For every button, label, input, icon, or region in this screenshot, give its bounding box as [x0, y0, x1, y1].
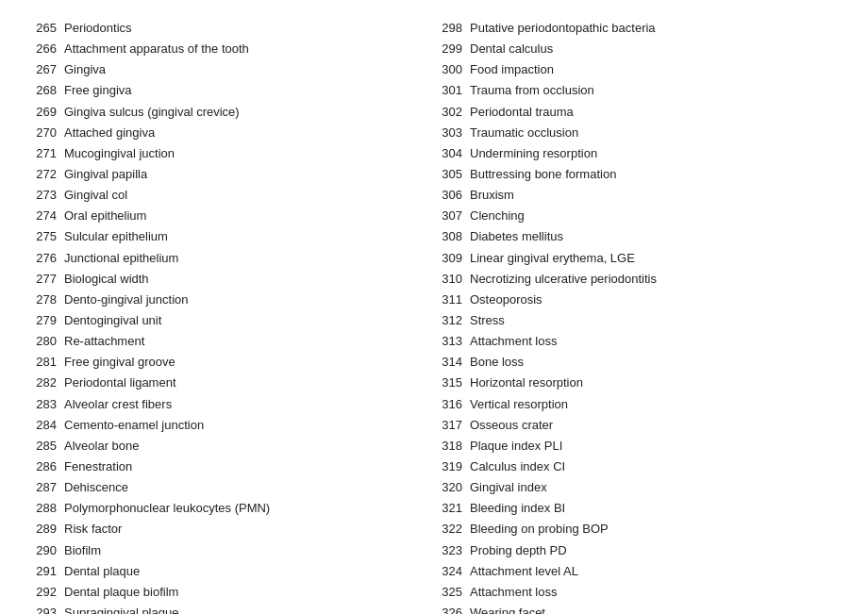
list-item: 302 Periodontal trauma	[434, 103, 840, 122]
entry-label: Free gingival groove	[64, 353, 175, 372]
entry-label: Periodontal ligament	[64, 373, 176, 392]
entry-number: 316	[434, 395, 462, 414]
list-item: 286 Fenestration	[28, 457, 434, 476]
list-item: 305 Buttressing bone formation	[434, 165, 840, 184]
entry-number: 278	[28, 290, 57, 309]
list-item: 319 Calculus index CI	[434, 457, 840, 476]
list-item: 311 Osteoporosis	[434, 290, 840, 309]
entry-label: Supragingival plaque	[64, 604, 178, 614]
entry-number: 315	[434, 373, 462, 392]
list-item: 317 Osseous crater	[434, 416, 840, 435]
entry-number: 302	[434, 103, 462, 122]
entry-label: Bone loss	[470, 353, 524, 372]
right-column: 298 Putative periodontopathic bacteria 2…	[434, 19, 840, 614]
entry-number: 306	[434, 186, 462, 205]
entry-number: 318	[434, 437, 462, 456]
entry-label: Probing depth PD	[470, 541, 567, 560]
entry-label: Periodontics	[64, 19, 132, 38]
entry-label: Attachment apparatus of the tooth	[64, 40, 249, 58]
entry-number: 300	[434, 60, 462, 79]
list-item: 285 Alveolar bone	[28, 437, 434, 456]
entry-label: Gingival col	[64, 186, 127, 205]
entry-number: 287	[28, 478, 57, 497]
list-item: 276 Junctional epithelium	[28, 249, 434, 268]
list-item: 316 Vertical resorption	[434, 395, 840, 414]
entry-number: 292	[28, 583, 57, 602]
list-item: 291 Dental plaque	[28, 562, 434, 581]
entry-label: Dental plaque	[64, 562, 140, 581]
entry-number: 312	[434, 311, 462, 330]
entry-number: 266	[28, 40, 57, 58]
entry-number: 301	[434, 81, 462, 100]
entry-label: Linear gingival erythema, LGE	[470, 249, 635, 268]
entry-number: 324	[434, 562, 462, 581]
list-item: 318 Plaque index PLI	[434, 437, 840, 456]
entry-number: 321	[434, 499, 462, 518]
entry-label: Necrotizing ulcerative periodontitis	[470, 270, 657, 289]
list-item: 303 Traumatic occlusion	[434, 124, 840, 142]
entry-label: Dehiscence	[64, 478, 128, 497]
list-item: 298 Putative periodontopathic bacteria	[434, 19, 840, 38]
entry-label: Bleeding on probing BOP	[470, 520, 609, 539]
list-item: 310 Necrotizing ulcerative periodontitis	[434, 270, 840, 289]
entry-label: Free gingiva	[64, 81, 132, 100]
entry-label: Dentogingival unit	[64, 311, 161, 330]
entry-number: 326	[434, 604, 462, 614]
entry-label: Dental calculus	[470, 40, 553, 58]
list-item: 282 Periodontal ligament	[28, 373, 434, 392]
entry-number: 284	[28, 416, 57, 435]
entry-number: 314	[434, 353, 462, 372]
entry-label: Dental plaque biofilm	[64, 583, 178, 602]
entry-number: 269	[28, 103, 57, 122]
entry-number: 288	[28, 499, 57, 518]
entry-number: 303	[434, 124, 462, 142]
entry-label: Sulcular epithelium	[64, 227, 168, 246]
entry-label: Traumatic occlusion	[470, 124, 578, 142]
list-item: 289 Risk factor	[28, 520, 434, 539]
entry-label: Wearing facet	[470, 604, 545, 614]
entry-number: 271	[28, 144, 57, 163]
list-item: 290 Biofilm	[28, 541, 434, 560]
list-item: 280 Re-attachment	[28, 332, 434, 351]
list-item: 323 Probing depth PD	[434, 541, 840, 560]
entry-number: 277	[28, 270, 57, 289]
entry-number: 299	[434, 40, 462, 58]
entry-number: 322	[434, 520, 462, 539]
entry-label: Gingiva	[64, 60, 106, 79]
entry-label: Stress	[470, 311, 505, 330]
entry-number: 291	[28, 562, 57, 581]
entry-label: Alveolar bone	[64, 437, 140, 456]
entry-label: Undermining resorption	[470, 144, 597, 163]
entry-label: Attachment loss	[470, 332, 558, 351]
entry-number: 273	[28, 186, 57, 205]
entry-number: 325	[434, 583, 462, 602]
entry-label: Gingiva sulcus (gingival crevice)	[64, 103, 240, 122]
entry-label: Horizontal resorption	[470, 373, 583, 392]
entry-label: Polymorphonuclear leukocytes (PMN)	[64, 499, 270, 518]
entry-number: 313	[434, 332, 462, 351]
entry-label: Bruxism	[470, 186, 514, 205]
entry-number: 280	[28, 332, 57, 351]
list-item: 321 Bleeding index BI	[434, 499, 840, 518]
entry-label: Attachment loss	[470, 583, 558, 602]
list-item: 313 Attachment loss	[434, 332, 840, 351]
entry-label: Re-attachment	[64, 332, 144, 351]
entry-label: Osteoporosis	[470, 290, 542, 309]
list-item: 284 Cemento-enamel junction	[28, 416, 434, 435]
entry-number: 320	[434, 478, 462, 497]
entry-number: 279	[28, 311, 57, 330]
list-item: 314 Bone loss	[434, 353, 840, 372]
entry-number: 319	[434, 457, 462, 476]
list-item: 315 Horizontal resorption	[434, 373, 840, 392]
entry-label: Trauma from occlusion	[470, 81, 594, 100]
entry-label: Buttressing bone formation	[470, 165, 616, 184]
list-item: 272 Gingival papilla	[28, 165, 434, 184]
entry-number: 286	[28, 457, 57, 476]
list-item: 281 Free gingival groove	[28, 353, 434, 372]
list-item: 325 Attachment loss	[434, 583, 840, 602]
entry-label: Putative periodontopathic bacteria	[470, 19, 656, 38]
list-item: 277 Biological width	[28, 270, 434, 289]
entry-label: Attachment level AL	[470, 562, 578, 581]
list-item: 309 Linear gingival erythema, LGE	[434, 249, 840, 268]
entry-label: Fenestration	[64, 457, 132, 476]
